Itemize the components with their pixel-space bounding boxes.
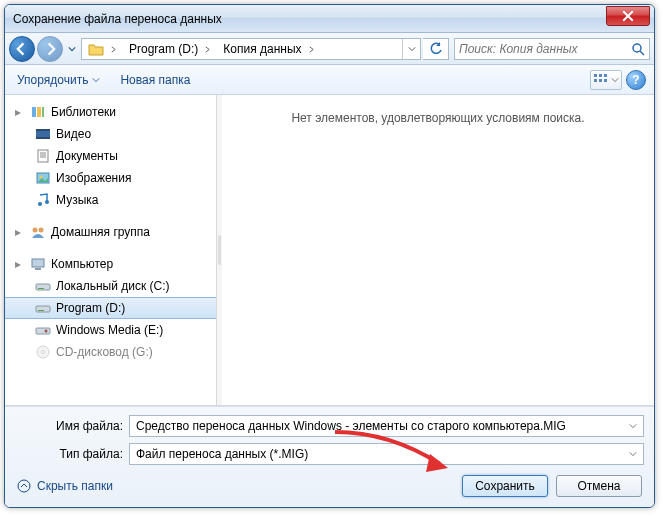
pictures-icon (35, 170, 51, 186)
back-button[interactable] (9, 36, 35, 62)
nav-history-dropdown[interactable] (65, 39, 79, 59)
breadcrumb-dropdown[interactable] (402, 39, 420, 59)
breadcrumb-label: Копия данных (223, 42, 301, 56)
filename-value: Средство переноса данных Windows - элеме… (136, 419, 566, 433)
search-box[interactable] (454, 38, 650, 60)
new-folder-button[interactable]: Новая папка (116, 71, 194, 89)
svg-rect-24 (36, 306, 50, 312)
sidebar-item-label: Библиотеки (51, 105, 116, 119)
breadcrumb-root[interactable] (82, 39, 123, 59)
svg-rect-13 (38, 150, 48, 162)
svg-rect-9 (42, 107, 44, 117)
expand-icon: ▸ (15, 257, 25, 271)
sidebar-item-label: Изображения (56, 171, 131, 185)
svg-rect-8 (37, 107, 41, 117)
svg-rect-12 (36, 137, 50, 139)
organize-menu[interactable]: Упорядочить (13, 71, 104, 89)
breadcrumb[interactable]: Program (D:) Копия данных (81, 38, 421, 60)
sidebar-item-drive-d[interactable]: Program (D:) (5, 297, 216, 319)
svg-point-17 (45, 200, 49, 204)
chevron-up-circle-icon (17, 479, 31, 493)
expand-icon: ▸ (15, 225, 25, 239)
sidebar-item-label: CD-дисковод (G:) (56, 345, 153, 359)
sidebar-item-label: Windows Media (E:) (56, 323, 163, 337)
filename-row: Имя файла: Средство переноса данных Wind… (15, 415, 644, 437)
svg-point-19 (39, 228, 44, 233)
svg-rect-3 (604, 74, 607, 77)
sidebar-item-label: Компьютер (51, 257, 113, 271)
refresh-icon (429, 42, 443, 56)
svg-rect-2 (599, 74, 602, 77)
svg-rect-4 (594, 79, 597, 82)
command-bar: Упорядочить Новая папка ? (5, 65, 654, 95)
empty-message: Нет элементов, удовлетворяющих условиям … (291, 111, 584, 405)
sidebar-item-drive-c[interactable]: Локальный диск (C:) (5, 275, 216, 297)
nav-toolbar: Program (D:) Копия данных (5, 33, 654, 65)
sidebar-item-label: Документы (56, 149, 118, 163)
bottom-panel: Имя файла: Средство переноса данных Wind… (5, 406, 654, 507)
view-mode-button[interactable] (590, 70, 622, 90)
sidebar-item-pictures[interactable]: Изображения (5, 167, 216, 189)
sidebar-libraries[interactable]: ▸ Библиотеки (5, 101, 216, 123)
splitter-handle-icon (218, 235, 221, 265)
video-icon (35, 126, 51, 142)
search-icon (631, 42, 645, 56)
filetype-label: Тип файла: (15, 447, 123, 461)
breadcrumb-item-0[interactable]: Program (D:) (123, 39, 217, 59)
svg-rect-23 (38, 288, 44, 289)
svg-point-16 (38, 202, 42, 206)
computer-icon (30, 256, 46, 272)
chevron-right-icon (204, 46, 211, 53)
search-input[interactable] (459, 42, 627, 56)
cancel-button[interactable]: Отмена (556, 475, 642, 497)
close-button[interactable] (606, 6, 650, 26)
sidebar-item-label: Program (D:) (56, 301, 125, 315)
sidebar-item-label: Видео (56, 127, 91, 141)
cd-icon (35, 344, 51, 360)
forward-button[interactable] (37, 36, 63, 62)
breadcrumb-label: Program (D:) (129, 42, 198, 56)
sidebar-item-drive-g[interactable]: CD-дисковод (G:) (5, 341, 216, 363)
svg-rect-25 (38, 310, 44, 311)
svg-point-29 (42, 351, 45, 354)
titlebar[interactable]: Сохранение файла переноса данных (5, 5, 654, 33)
svg-rect-21 (35, 268, 41, 270)
svg-point-27 (45, 330, 48, 333)
filename-input[interactable]: Средство переноса данных Windows - элеме… (129, 415, 644, 437)
drive-icon (35, 300, 51, 316)
drive-icon (35, 322, 51, 338)
svg-rect-11 (36, 129, 50, 131)
homegroup-icon (30, 224, 46, 240)
sidebar-item-drive-e[interactable]: Windows Media (E:) (5, 319, 216, 341)
close-icon (622, 10, 634, 22)
cancel-label: Отмена (577, 479, 620, 493)
filetype-select[interactable]: Файл переноса данных (*.MIG) (129, 443, 644, 465)
filetype-value: Файл переноса данных (*.MIG) (136, 447, 308, 461)
hide-folders-label: Скрыть папки (37, 479, 113, 493)
filetype-row: Тип файла: Файл переноса данных (*.MIG) (15, 443, 644, 465)
hide-folders-button[interactable]: Скрыть папки (17, 479, 113, 493)
save-button[interactable]: Сохранить (462, 475, 548, 497)
window-title: Сохранение файла переноса данных (13, 12, 606, 26)
refresh-button[interactable] (423, 38, 449, 60)
folder-icon (88, 42, 104, 56)
help-button[interactable]: ? (626, 70, 646, 90)
sidebar-item-label: Локальный диск (C:) (56, 279, 170, 293)
chevron-down-icon (92, 76, 100, 84)
chevron-down-icon (629, 450, 637, 458)
arrow-left-icon (15, 42, 29, 56)
sidebar-computer[interactable]: ▸ Компьютер (5, 253, 216, 275)
file-list-pane[interactable]: Нет элементов, удовлетворяющих условиям … (222, 95, 654, 405)
body-area: ▸ Библиотеки Видео Документы Изображения (5, 95, 654, 406)
chevron-right-icon (110, 46, 117, 53)
sidebar-item-video[interactable]: Видео (5, 123, 216, 145)
new-folder-label: Новая папка (120, 73, 190, 87)
navigation-pane[interactable]: ▸ Библиотеки Видео Документы Изображения (5, 95, 217, 405)
svg-rect-7 (32, 107, 36, 117)
sidebar-item-music[interactable]: Музыка (5, 189, 216, 211)
chevron-down-icon (68, 45, 76, 53)
breadcrumb-item-1[interactable]: Копия данных (217, 39, 320, 59)
sidebar-homegroup[interactable]: ▸ Домашняя группа (5, 221, 216, 243)
chevron-down-icon (408, 45, 416, 53)
sidebar-item-documents[interactable]: Документы (5, 145, 216, 167)
